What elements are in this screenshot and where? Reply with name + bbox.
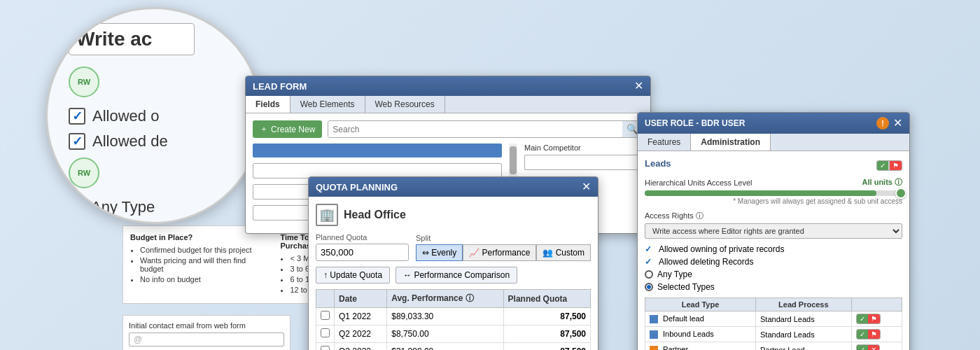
quota-close-button[interactable]: ✕ bbox=[582, 181, 591, 192]
budget-item-2: Wants pricing and will then find budget bbox=[140, 256, 259, 273]
user-role-title: USER ROLE - BDR USER bbox=[645, 118, 745, 128]
tab-administration[interactable]: Administration bbox=[691, 134, 771, 150]
email-input[interactable]: @ bbox=[129, 332, 284, 346]
leads-toggle[interactable]: ✓ ⚑ bbox=[876, 160, 902, 171]
lead-form-title: LEAD FORM bbox=[253, 81, 307, 92]
table-row: Default lead Standard Leads ✓⚑ bbox=[645, 312, 902, 327]
table-row: Partner Partner Lead ✓✕ bbox=[645, 342, 902, 351]
lead-process-cell-3: Partner Lead bbox=[756, 342, 852, 351]
quota-row2-avg: $8,750.00 bbox=[387, 326, 503, 343]
selected-types-radio-label: Selected Types bbox=[657, 282, 715, 292]
lead-search-input[interactable] bbox=[328, 122, 622, 137]
main-competitor-input[interactable] bbox=[524, 155, 643, 170]
rw-badge-1: RW bbox=[69, 66, 99, 97]
access-rights-select[interactable]: Write access where Editor rights are gra… bbox=[645, 223, 902, 239]
email-label: Initial contact email from web form bbox=[129, 321, 284, 330]
any-type-radio-btn[interactable] bbox=[645, 270, 653, 279]
lead-type-cell-2: Inbound Leads bbox=[645, 327, 756, 342]
quota-th-avg: Avg. Performance ⓘ bbox=[387, 290, 503, 308]
quota-row1-date: Q1 2022 bbox=[335, 308, 387, 326]
progress-row bbox=[645, 190, 902, 196]
write-ac-label: Write ac bbox=[69, 23, 195, 55]
quota-row1-planned: 87,500 bbox=[503, 308, 590, 326]
lead-toggle-cell-1[interactable]: ✓⚑ bbox=[851, 312, 902, 327]
lead-form-header: LEAD FORM ✕ bbox=[246, 76, 650, 96]
plus-icon: ＋ bbox=[260, 123, 268, 135]
planned-quota-group: Planned Quota bbox=[316, 233, 409, 261]
allowed-o-row: Allowed o bbox=[69, 107, 262, 125]
progress-bar-bg[interactable] bbox=[645, 190, 902, 196]
office-icon: 🏢 bbox=[316, 204, 338, 226]
any-type-radio-row: Any Type bbox=[645, 270, 902, 279]
toggle-on-label: ✓ bbox=[877, 161, 888, 170]
user-role-close-button[interactable]: ✕ bbox=[893, 118, 902, 129]
split-performance-button[interactable]: 📈 Performance bbox=[463, 244, 536, 261]
quota-title: QUOTA PLANNING bbox=[316, 182, 398, 192]
performance-comparison-button[interactable]: ↔ Performance Comparison bbox=[396, 267, 517, 284]
budget-title: Budget in Place? bbox=[130, 233, 259, 241]
any-type-label: Any Type bbox=[91, 198, 155, 216]
hierarchical-row: Hierarchical Units Access Level All unit… bbox=[645, 177, 902, 188]
allowed-owning-check[interactable]: ✓ bbox=[645, 244, 654, 254]
quota-row2-planned: 87,500 bbox=[503, 326, 590, 343]
quota-actions: ↑ Update Quota ↔ Performance Comparison bbox=[316, 267, 591, 284]
selected-types-radio-row: Selected Types bbox=[645, 282, 902, 292]
tab-web-elements[interactable]: Web Elements bbox=[290, 96, 365, 113]
progress-knob[interactable] bbox=[895, 188, 906, 199]
quota-row3-check[interactable] bbox=[321, 346, 330, 350]
split-label: Split bbox=[416, 234, 591, 242]
tab-fields[interactable]: Fields bbox=[246, 96, 290, 113]
quota-office: 🏢 Head Office bbox=[316, 204, 591, 226]
allowed-owning-label: Allowed owning of private records bbox=[659, 244, 784, 254]
allowed-de-checkbox[interactable] bbox=[69, 133, 85, 150]
lead-toggle-cell-2[interactable]: ✓⚑ bbox=[851, 327, 902, 342]
quota-row1-check[interactable] bbox=[321, 311, 330, 320]
quota-row2-date: Q2 2022 bbox=[335, 326, 387, 343]
lead-type-cell-1: Default lead bbox=[645, 312, 756, 327]
allowed-o-checkbox[interactable] bbox=[69, 108, 85, 125]
split-evenly-button[interactable]: ⇔ Evenly bbox=[416, 244, 463, 261]
allowed-o-label: Allowed o bbox=[92, 107, 159, 125]
lead-type-cell-3: Partner bbox=[645, 342, 756, 351]
quota-row2-check[interactable] bbox=[321, 328, 330, 337]
tab-web-resources[interactable]: Web Resources bbox=[365, 96, 445, 113]
budget-list: Confirmed budget for this project Wants … bbox=[130, 246, 259, 284]
lead-toggle-cell-3[interactable]: ✓✕ bbox=[851, 342, 902, 351]
allowed-deleting-check[interactable]: ✓ bbox=[645, 257, 654, 267]
table-row: Q3 2022 $31,800.00 87,500 bbox=[316, 343, 591, 351]
create-new-button[interactable]: ＋ Create New bbox=[253, 120, 322, 138]
lead-form-close-button[interactable]: ✕ bbox=[634, 80, 643, 92]
quota-row3-planned: 87,500 bbox=[503, 343, 590, 351]
lead-form-tabs: Fields Web Elements Web Resources bbox=[246, 96, 650, 113]
quota-row1-avg: $89,033.30 bbox=[387, 308, 503, 326]
lead-process-cell-2: Standard Leads bbox=[756, 327, 852, 342]
user-role-dialog: USER ROLE - BDR USER ! ✕ Features Admini… bbox=[637, 112, 910, 350]
any-type-radio[interactable] bbox=[69, 200, 84, 215]
managers-note: * Managers will always get assigned & su… bbox=[645, 197, 902, 205]
budget-col: Budget in Place? Confirmed budget for th… bbox=[130, 233, 259, 296]
lead-form-toolbar: ＋ Create New 🔍 bbox=[253, 120, 643, 138]
any-type-row: Any Type bbox=[69, 198, 262, 216]
quota-row3-avg: $31,800.00 bbox=[387, 343, 503, 351]
update-quota-button[interactable]: ↑ Update Quota bbox=[316, 267, 390, 284]
quota-th-planned: Planned Quota bbox=[503, 290, 590, 308]
allowed-deleting-row: ✓ Allowed deleting Records bbox=[645, 257, 902, 267]
rw-badge-2: RW bbox=[69, 158, 99, 188]
lead-type-table: Lead Type Lead Process Default lead Stan… bbox=[645, 298, 902, 350]
table-row: Q2 2022 $8,750.00 87,500 bbox=[316, 326, 591, 343]
lead-type-th: Lead Type bbox=[645, 298, 756, 312]
split-custom-button[interactable]: 👥 Custom bbox=[536, 244, 591, 261]
split-buttons: ⇔ Evenly 📈 Performance 👥 Custom bbox=[416, 244, 591, 261]
planned-quota-label: Planned Quota bbox=[316, 233, 409, 241]
create-new-label: Create New bbox=[271, 125, 315, 134]
field-bar-1 bbox=[253, 144, 502, 158]
tab-features[interactable]: Features bbox=[638, 134, 691, 150]
all-units-label: All units ⓘ bbox=[862, 177, 902, 188]
planned-quota-input[interactable] bbox=[316, 244, 409, 261]
selected-types-radio-btn[interactable] bbox=[645, 283, 653, 291]
split-group: Split ⇔ Evenly 📈 Performance 👥 Custom bbox=[416, 234, 591, 261]
user-role-tabs: Features Administration bbox=[638, 134, 909, 151]
toggle-off-label: ⚑ bbox=[890, 161, 902, 170]
user-role-header: USER ROLE - BDR USER ! ✕ bbox=[638, 113, 909, 134]
quota-planning-dialog: QUOTA PLANNING ✕ 🏢 Head Office Planned Q… bbox=[308, 176, 598, 350]
